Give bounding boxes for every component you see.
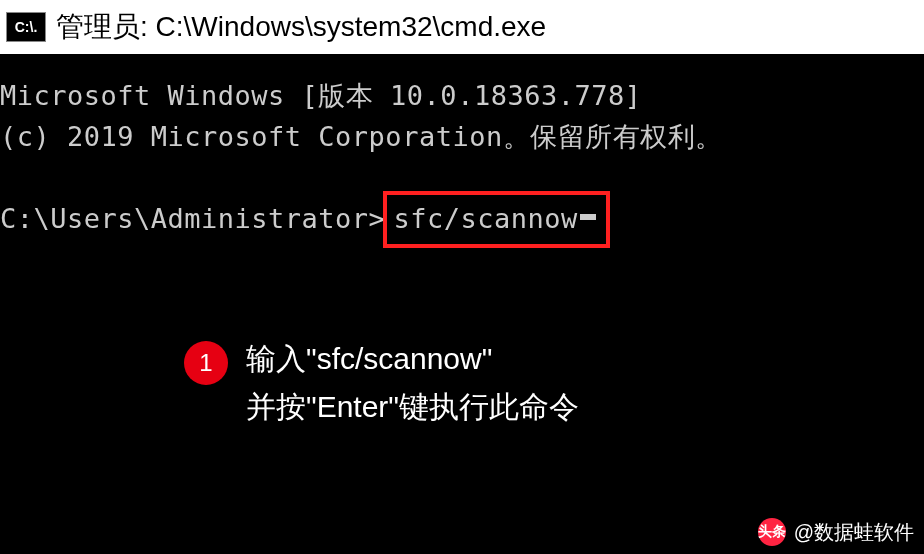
instruction-annotation: 1 输入"sfc/scannow" 并按"Enter"键执行此命令	[170, 325, 593, 441]
terminal-prompt: C:\Users\Administrator>	[0, 199, 385, 240]
terminal-area[interactable]: Microsoft Windows [版本 10.0.18363.778] (c…	[0, 54, 924, 248]
cmd-icon-text: C:\.	[15, 19, 38, 35]
terminal-command: sfc/scannow	[393, 199, 577, 240]
window-titlebar: C:\. 管理员: C:\Windows\system32\cmd.exe	[0, 0, 924, 54]
cmd-icon: C:\.	[6, 12, 46, 42]
watermark-text: @数据蛙软件	[794, 519, 914, 546]
watermark-logo-icon: 头条	[758, 518, 786, 546]
step-number-badge: 1	[184, 341, 228, 385]
command-highlight-box: sfc/scannow	[383, 191, 609, 248]
window-title: 管理员: C:\Windows\system32\cmd.exe	[56, 8, 546, 46]
watermark: 头条 @数据蛙软件	[758, 518, 914, 546]
terminal-version-line: Microsoft Windows [版本 10.0.18363.778]	[0, 76, 924, 117]
instruction-text: 输入"sfc/scannow" 并按"Enter"键执行此命令	[246, 335, 579, 431]
instruction-line-2: 并按"Enter"键执行此命令	[246, 383, 579, 431]
terminal-prompt-line: C:\Users\Administrator> sfc/scannow	[0, 191, 924, 248]
terminal-cursor	[580, 214, 596, 220]
instruction-line-1: 输入"sfc/scannow"	[246, 335, 579, 383]
terminal-copyright-line: (c) 2019 Microsoft Corporation。保留所有权利。	[0, 117, 924, 158]
